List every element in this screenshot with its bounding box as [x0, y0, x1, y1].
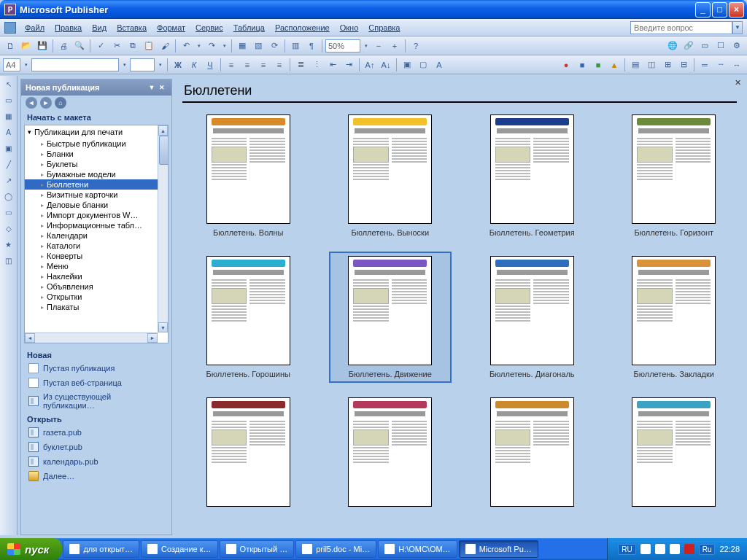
- hyperlink-icon[interactable]: 🔗: [681, 39, 696, 53]
- textbox-icon[interactable]: ▭: [2, 93, 15, 106]
- link-open-file-1[interactable]: буклет.pub: [21, 440, 171, 454]
- scroll-up-icon[interactable]: ▲: [158, 125, 168, 136]
- style-a4-field[interactable]: A4: [3, 58, 20, 71]
- tree-item[interactable]: ▸Импорт документов W…: [25, 210, 158, 220]
- bookmark-icon[interactable]: ★: [2, 238, 15, 251]
- help-icon[interactable]: ?: [409, 39, 423, 53]
- nav-back-icon[interactable]: ◄: [26, 97, 37, 109]
- new-icon[interactable]: 🗋: [3, 39, 18, 53]
- align-left-icon[interactable]: ≡: [224, 58, 239, 72]
- menu-view[interactable]: Вид: [87, 22, 112, 34]
- arrow-style-icon[interactable]: ↔: [729, 58, 744, 72]
- picture-frame-icon[interactable]: ▣: [2, 141, 15, 155]
- shape-square-icon[interactable]: ■: [575, 58, 589, 72]
- menu-help[interactable]: Справка: [363, 22, 405, 34]
- tray-antivirus-icon[interactable]: [684, 544, 694, 554]
- taskbar-item[interactable]: Открытый …: [220, 540, 295, 558]
- collapse-icon[interactable]: ▾: [28, 128, 31, 136]
- ask-question-input[interactable]: [630, 21, 732, 34]
- clock[interactable]: 22:28: [719, 545, 740, 553]
- numbering-icon[interactable]: ≣: [293, 58, 308, 72]
- group-icon[interactable]: ⊞: [660, 58, 675, 72]
- scroll-left-icon[interactable]: ◄: [25, 333, 35, 343]
- minimize-button[interactable]: _: [695, 2, 711, 18]
- nav-forward-icon[interactable]: ►: [40, 97, 52, 109]
- outdent-icon[interactable]: ⇤: [325, 58, 340, 72]
- language-indicator-1[interactable]: RU: [618, 544, 635, 555]
- app-menu-icon[interactable]: [4, 22, 16, 34]
- tree-item[interactable]: ▸Визитные карточки: [25, 190, 158, 200]
- menu-tools[interactable]: Сервис: [190, 22, 228, 34]
- template-thumbnail[interactable]: Бюллетень. Волны: [187, 110, 310, 241]
- print-icon[interactable]: 🖨: [56, 39, 71, 53]
- link-blank-publication[interactable]: Пустая публикация: [21, 361, 171, 376]
- shape-triangle-icon[interactable]: ▲: [607, 58, 622, 72]
- tree-item[interactable]: ▸Бланки: [25, 149, 158, 159]
- link-open-more[interactable]: Далее…: [21, 469, 171, 483]
- tree-item[interactable]: ▸Объявления: [25, 281, 158, 292]
- taskbar-item[interactable]: H:\ОМС\ОМ…: [378, 540, 457, 558]
- start-button[interactable]: пуск: [0, 538, 62, 560]
- menu-format[interactable]: Формат: [152, 22, 190, 34]
- gallery-close-icon[interactable]: ✕: [732, 77, 743, 88]
- menu-table[interactable]: Таблица: [228, 22, 270, 34]
- taskbar-item[interactable]: Создание к…: [141, 540, 217, 558]
- copy-icon[interactable]: ⧉: [125, 39, 140, 53]
- cut-icon[interactable]: ✂: [109, 39, 124, 53]
- line-color-icon[interactable]: ▢: [416, 58, 430, 72]
- tree-item[interactable]: ▸Информационные табл…: [25, 220, 158, 230]
- menu-edit[interactable]: Правка: [50, 22, 87, 34]
- tree-item[interactable]: ▸Буклеты: [25, 159, 158, 169]
- tray-icon[interactable]: [640, 544, 651, 554]
- open-icon[interactable]: 📂: [19, 39, 34, 53]
- save-icon[interactable]: 💾: [35, 39, 50, 53]
- tree-item[interactable]: ▸Календари: [25, 230, 158, 241]
- taskbar-item[interactable]: для открыт…: [63, 540, 139, 558]
- wordart-icon[interactable]: A: [2, 125, 15, 139]
- task-pane-dropdown-icon[interactable]: ▼: [147, 82, 157, 93]
- bullets-icon[interactable]: ⋮: [309, 58, 324, 72]
- zoom-in-icon[interactable]: +: [387, 39, 402, 53]
- tree-item[interactable]: ▸Открытки: [25, 292, 158, 302]
- font-size-dropdown-icon[interactable]: ▾: [156, 58, 164, 71]
- template-thumbnail[interactable]: Бюллетень. Геометрия: [471, 110, 594, 241]
- form-icon[interactable]: ☐: [713, 39, 728, 53]
- tree-item[interactable]: ▸Бюллетени: [25, 179, 158, 190]
- bring-front-icon[interactable]: ▦: [235, 39, 249, 53]
- tray-icon[interactable]: [655, 544, 665, 554]
- italic-icon[interactable]: К: [187, 58, 201, 72]
- hotspot-icon[interactable]: ▭: [697, 39, 712, 53]
- shadow-icon[interactable]: ▤: [628, 58, 643, 72]
- design-gallery-icon[interactable]: ◫: [2, 254, 15, 267]
- web-preview-icon[interactable]: 🌐: [665, 39, 680, 53]
- nav-home-icon[interactable]: ⌂: [55, 97, 66, 109]
- dash-style-icon[interactable]: ┄: [713, 58, 728, 72]
- menu-arrange[interactable]: Расположение: [270, 22, 335, 34]
- template-thumbnail[interactable]: Бюллетень. Диагональ: [471, 252, 594, 383]
- zoom-field[interactable]: 50%: [325, 39, 360, 52]
- scroll-thumb[interactable]: [159, 136, 169, 165]
- tree-vertical-scrollbar[interactable]: ▲ ▼: [158, 125, 168, 332]
- fill-color-icon[interactable]: ▣: [400, 58, 414, 72]
- redo-icon[interactable]: ↷: [204, 39, 219, 53]
- language-indicator-2[interactable]: Ru: [699, 544, 716, 555]
- ask-dropdown-icon[interactable]: ▼: [732, 21, 743, 34]
- justify-icon[interactable]: ≡: [272, 58, 287, 72]
- rotate-icon[interactable]: ⟳: [267, 39, 282, 53]
- tree-item[interactable]: ▸Наклейки: [25, 271, 158, 281]
- underline-icon[interactable]: Ч: [203, 58, 217, 72]
- tree-item[interactable]: ▸Быстрые публикации: [25, 139, 158, 149]
- undo-icon[interactable]: ↶: [179, 39, 193, 53]
- print-preview-icon[interactable]: 🔍: [72, 39, 87, 53]
- align-center-icon[interactable]: ≡: [240, 58, 255, 72]
- shape-circle-icon[interactable]: ●: [559, 58, 573, 72]
- columns-icon[interactable]: ▥: [288, 39, 303, 53]
- template-thumbnail[interactable]: [613, 393, 736, 516]
- zoom-out-icon[interactable]: −: [371, 39, 386, 53]
- shape-rounded-icon[interactable]: ■: [591, 58, 605, 72]
- tray-icon[interactable]: [670, 544, 680, 554]
- template-thumbnail[interactable]: Бюллетень. Закладки: [613, 252, 736, 383]
- tree-horizontal-scrollbar[interactable]: ◄ ►: [25, 332, 158, 343]
- tree-item[interactable]: ▸Меню: [25, 261, 158, 271]
- rectangle-icon[interactable]: ▭: [2, 206, 15, 219]
